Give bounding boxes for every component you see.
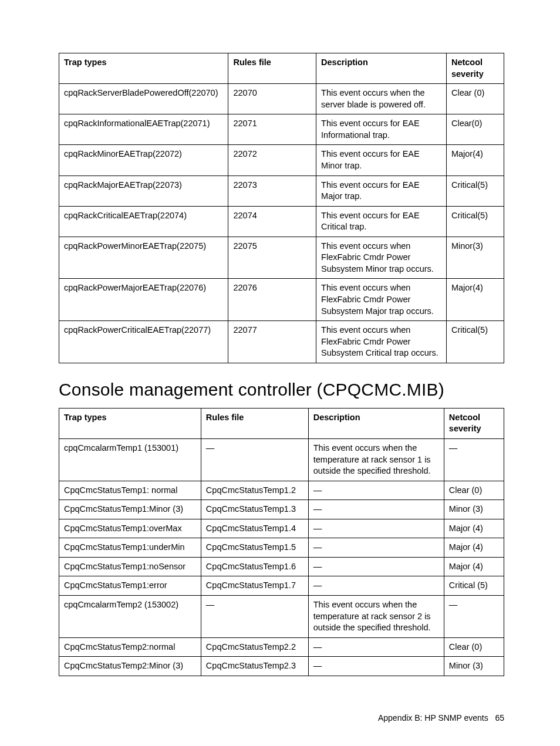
cell-sev: Critical(5): [446, 206, 504, 237]
trap-table-1: Trap types Rules file Description Netcoo…: [59, 53, 504, 363]
footer-text: Appendix B: HP SNMP events: [378, 713, 488, 723]
page: Trap types Rules file Description Netcoo…: [0, 0, 560, 746]
table-row: cpqRackPowerMinorEAETrap(22075) 22075 Th…: [59, 237, 504, 279]
cell-trap: cpqRackPowerMajorEAETrap(22076): [59, 279, 228, 321]
cell-trap: cpqRackCriticalEAETrap(22074): [59, 206, 228, 237]
cell-trap: cpqRackMinorEAETrap(22072): [59, 145, 228, 175]
cell-desc: This event occurs for EAE Major trap.: [316, 175, 447, 206]
cell-rules: 22072: [228, 145, 316, 175]
table-row: CpqCmcStatusTemp1:underMin CpqCmcStatusT…: [59, 538, 504, 558]
col-header-trap: Trap types: [59, 53, 228, 84]
col-header-trap: Trap types: [59, 408, 201, 438]
table-row: cpqRackMinorEAETrap(22072) 22072 This ev…: [59, 145, 504, 175]
col-header-desc: Description: [308, 408, 444, 438]
cell-trap: cpqRackPowerMinorEAETrap(22075): [59, 237, 228, 279]
table-row: cpqRackCriticalEAETrap(22074) 22074 This…: [59, 206, 504, 237]
table-row: cpqRackPowerMajorEAETrap(22076) 22076 Th…: [59, 279, 504, 321]
cell-sev: Major (4): [444, 519, 504, 538]
cell-rules: CpqCmcStatusTemp1.6: [201, 557, 308, 576]
col-header-sev: Netcool severity: [444, 408, 504, 438]
cell-trap: CpqCmcStatusTemp1: normal: [59, 481, 201, 500]
table-row: cpqRackPowerCriticalEAETrap(22077) 22077…: [59, 321, 504, 363]
cell-desc: —: [308, 481, 444, 500]
cell-rules: —: [201, 596, 308, 638]
cell-trap: CpqCmcStatusTemp1:error: [59, 576, 201, 596]
section-heading: Console management controller (CPQCMC.MI…: [59, 380, 504, 400]
col-header-sev: Netcool severity: [446, 53, 504, 84]
page-footer: Appendix B: HP SNMP events 65: [378, 713, 504, 723]
col-header-desc: Description: [316, 53, 447, 84]
cell-sev: Major(4): [446, 279, 504, 321]
cell-desc: This event occurs for EAE Minor trap.: [316, 145, 447, 175]
cell-desc: This event occurs when FlexFabric Cmdr P…: [316, 279, 447, 321]
cell-sev: Major (4): [444, 557, 504, 576]
cell-rules: CpqCmcStatusTemp1.3: [201, 500, 308, 519]
cell-rules: 22070: [228, 84, 316, 114]
cell-desc: This event occurs when the temperature a…: [308, 596, 444, 638]
trap-table-2: Trap types Rules file Description Netcoo…: [59, 408, 504, 676]
cell-trap: cpqRackServerBladePoweredOff(22070): [59, 84, 228, 114]
cell-rules: CpqCmcStatusTemp2.2: [201, 637, 308, 657]
cell-sev: Minor (3): [444, 657, 504, 676]
cell-desc: This event occurs when the server blade …: [316, 84, 447, 114]
cell-sev: Clear (0): [446, 84, 504, 114]
cell-trap: cpqCmcalarmTemp1 (153001): [59, 438, 201, 481]
cell-trap: CpqCmcStatusTemp1:overMax: [59, 519, 201, 538]
cell-rules: 22076: [228, 279, 316, 321]
cell-sev: Clear(0): [446, 114, 504, 145]
cell-sev: Critical (5): [444, 576, 504, 596]
cell-desc: —: [308, 637, 444, 657]
table-row: CpqCmcStatusTemp1:noSensor CpqCmcStatusT…: [59, 557, 504, 576]
cell-rules: 22073: [228, 175, 316, 206]
cell-trap: CpqCmcStatusTemp1:underMin: [59, 538, 201, 558]
cell-desc: This event occurs for EAE Critical trap.: [316, 206, 447, 237]
cell-rules: CpqCmcStatusTemp1.4: [201, 519, 308, 538]
cell-trap: CpqCmcStatusTemp2:normal: [59, 637, 201, 657]
cell-trap: cpqCmcalarmTemp2 (153002): [59, 596, 201, 638]
cell-rules: CpqCmcStatusTemp1.5: [201, 538, 308, 558]
col-header-rules: Rules file: [201, 408, 308, 438]
table-row: cpqRackMajorEAETrap(22073) 22073 This ev…: [59, 175, 504, 206]
cell-trap: CpqCmcStatusTemp1:noSensor: [59, 557, 201, 576]
table-row: cpqRackInformationalEAETrap(22071) 22071…: [59, 114, 504, 145]
cell-rules: 22075: [228, 237, 316, 279]
cell-desc: —: [308, 576, 444, 596]
table-header-row: Trap types Rules file Description Netcoo…: [59, 408, 504, 438]
cell-sev: Minor (3): [444, 500, 504, 519]
table-row: CpqCmcStatusTemp1:overMax CpqCmcStatusTe…: [59, 519, 504, 538]
table-row: cpqCmcalarmTemp2 (153002) — This event o…: [59, 596, 504, 638]
cell-desc: —: [308, 538, 444, 558]
cell-rules: CpqCmcStatusTemp1.2: [201, 481, 308, 500]
cell-sev: Critical(5): [446, 175, 504, 206]
cell-trap: CpqCmcStatusTemp1:Minor (3): [59, 500, 201, 519]
table-row: cpqCmcalarmTemp1 (153001) — This event o…: [59, 438, 504, 481]
cell-sev: Major (4): [444, 538, 504, 558]
cell-rules: CpqCmcStatusTemp1.7: [201, 576, 308, 596]
cell-desc: This event occurs when the temperature a…: [308, 438, 444, 481]
page-number: 65: [495, 713, 504, 723]
cell-sev: Critical(5): [446, 321, 504, 363]
cell-sev: Clear (0): [444, 481, 504, 500]
table-row: CpqCmcStatusTemp1:error CpqCmcStatusTemp…: [59, 576, 504, 596]
cell-trap: cpqRackPowerCriticalEAETrap(22077): [59, 321, 228, 363]
cell-sev: —: [444, 438, 504, 481]
cell-trap: cpqRackInformationalEAETrap(22071): [59, 114, 228, 145]
cell-sev: Minor(3): [446, 237, 504, 279]
table-header-row: Trap types Rules file Description Netcoo…: [59, 53, 504, 84]
table-row: CpqCmcStatusTemp2:Minor (3) CpqCmcStatus…: [59, 657, 504, 676]
cell-rules: 22071: [228, 114, 316, 145]
table-row: CpqCmcStatusTemp1: normal CpqCmcStatusTe…: [59, 481, 504, 500]
cell-sev: Major(4): [446, 145, 504, 175]
cell-desc: —: [308, 519, 444, 538]
cell-desc: This event occurs when FlexFabric Cmdr P…: [316, 237, 447, 279]
cell-rules: CpqCmcStatusTemp2.3: [201, 657, 308, 676]
cell-desc: This event occurs for EAE Informational …: [316, 114, 447, 145]
cell-desc: This event occurs when FlexFabric Cmdr P…: [316, 321, 447, 363]
cell-trap: CpqCmcStatusTemp2:Minor (3): [59, 657, 201, 676]
cell-desc: —: [308, 657, 444, 676]
cell-rules: —: [201, 438, 308, 481]
cell-desc: —: [308, 500, 444, 519]
table-row: cpqRackServerBladePoweredOff(22070) 2207…: [59, 84, 504, 114]
table-row: CpqCmcStatusTemp1:Minor (3) CpqCmcStatus…: [59, 500, 504, 519]
cell-rules: 22077: [228, 321, 316, 363]
